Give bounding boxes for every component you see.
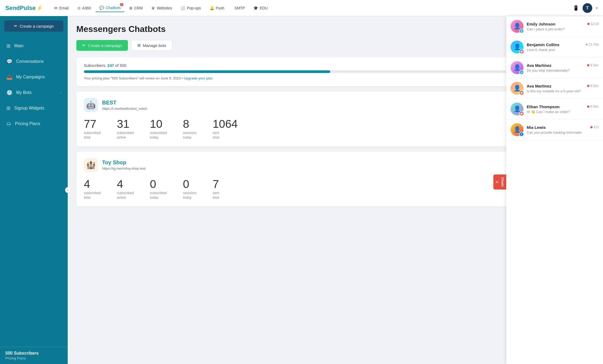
- sidebar-icon-2: 📤: [6, 74, 12, 80]
- bot-name-1[interactable]: Toy Shop: [102, 159, 146, 166]
- sidebar-create-button[interactable]: ✏ Create a campaign: [4, 20, 63, 32]
- nav-item-pop-ups[interactable]: ⬜Pop-ups: [177, 4, 204, 12]
- sidebar-label-4: Signup Widgets: [14, 106, 44, 111]
- chat-item-0[interactable]: 👤 ✈ Emily Johnson 12:19 Can I place a pr…: [506, 16, 603, 37]
- time-dot-1: [586, 43, 588, 46]
- bot-stat-value-0-4: 1064: [213, 118, 238, 130]
- sidebar-item-my-campaigns[interactable]: 📤My Campaigns: [0, 69, 68, 85]
- sidebar-item-my-bots[interactable]: 🕐My Bots‹: [0, 85, 68, 100]
- avatar-img-0: 👤: [514, 23, 521, 30]
- mobile-icon[interactable]: 📱: [573, 5, 579, 11]
- chats-count-badge: 3: [495, 181, 499, 183]
- upgrade-plan-link[interactable]: Upgrade your plan: [184, 76, 213, 80]
- chat-item-4[interactable]: 👤 � Ethan Thompson 9 Dec Hi 👋 Can I make…: [506, 99, 603, 119]
- chat-item-1[interactable]: 👤 � Benjamin Collins 21 Feb Love it, tha…: [506, 37, 603, 57]
- chat-panel: 👤 ✈ Emily Johnson 12:19 Can I place a pr…: [506, 16, 603, 364]
- chat-name-0: Emily Johnson: [527, 22, 555, 26]
- user-avatar[interactable]: T: [583, 3, 592, 13]
- platform-badge-4: �: [519, 111, 524, 116]
- bot-stat-label-0-4: senttotal: [213, 131, 238, 140]
- bot-stat-1-3: 0 sessionstoday: [183, 179, 197, 200]
- chat-content-1: Benjamin Collins 21 Feb Love it, thank y…: [527, 42, 599, 52]
- create-icon: ✏: [82, 43, 86, 48]
- bot-stat-1-4: 7 senttotal: [213, 179, 219, 200]
- chats-side-tab[interactable]: 3 Chats: [493, 174, 506, 190]
- logo-text: SendPulse: [5, 5, 35, 12]
- sidebar-bottom: 500 Subscribers Pricing Plans: [0, 347, 68, 364]
- chat-item-2[interactable]: 👤 ✈ Ava Martinez 9 Dec Do you ship inter…: [506, 57, 603, 78]
- sidebar-item-signup-widgets[interactable]: ⊞Signup Widgets: [0, 100, 68, 116]
- nav-label-websites: Websites: [157, 6, 172, 10]
- chat-content-2: Ava Martinez 9 Dec Do you ship internati…: [527, 63, 599, 72]
- manage-icon: ⊞: [137, 43, 141, 48]
- chat-time-5: 9 D: [590, 125, 599, 129]
- sidebar-icon-4: ⊞: [6, 105, 10, 111]
- chat-item-5[interactable]: 👤 f Mia Lewis 9 D Can you provide tracki…: [506, 119, 603, 140]
- chat-name-row-0: Emily Johnson 12:19: [527, 22, 599, 26]
- sidebar-label-1: Conversations: [16, 59, 44, 64]
- nav-item-edu[interactable]: 🎓EDU: [250, 4, 271, 12]
- bot-stat-label-1-2: subscribedtoday: [150, 191, 167, 200]
- bot-avatar-0: 🤖: [84, 98, 98, 112]
- chat-item-3[interactable]: 👤 � Ava Martinez 9 Dec Is this toy suita…: [506, 78, 603, 99]
- sidebar-item-main[interactable]: ⊞Main: [0, 38, 68, 54]
- bot-icon-1: 🏰: [86, 161, 96, 169]
- bot-url-0: https://t.me/bestfortest_vsbot: [102, 107, 147, 111]
- nav-item-chatbots[interactable]: 💬Chatbotsβ: [96, 4, 124, 12]
- bot-stat-label-0-0: subscribedtotal: [84, 131, 101, 140]
- bot-stat-0-3: 8 sessionstoday: [183, 118, 197, 140]
- chat-preview-5: Can you provide tracking informatio: [527, 130, 599, 134]
- chat-name-1: Benjamin Collins: [527, 42, 559, 47]
- sidebar-icon-3: 🕐: [6, 90, 12, 96]
- bot-stat-1-1: 4 subscribedactive: [117, 179, 134, 200]
- avatar-img-2: 👤: [514, 64, 521, 71]
- chat-name-row-1: Benjamin Collins 21 Feb: [527, 42, 599, 47]
- chat-name-row-4: Ethan Thompson 9 Dec: [527, 104, 599, 109]
- top-navigation: SendPulse⚡ ✉Email⊙A360💬Chatbotsβ⊞CRM🖥Web…: [0, 0, 603, 16]
- manage-bots-button[interactable]: ⊞ Manage bots: [131, 40, 173, 51]
- nav-item-email[interactable]: ✉Email: [51, 4, 72, 12]
- bot-url-1: https://ig.me/m/toy.shop.test: [102, 166, 146, 170]
- user-dropdown-arrow[interactable]: ▾: [596, 6, 598, 10]
- bot-stat-value-1-2: 0: [150, 179, 167, 190]
- nav-item-push[interactable]: 🔔Push: [206, 4, 228, 12]
- bot-info-1: Toy Shop https://ig.me/m/toy.shop.test: [102, 159, 146, 170]
- subscribers-current: 247: [107, 63, 114, 68]
- sidebar-item-conversations[interactable]: 💬Conversations: [0, 54, 68, 69]
- subscribers-total: 500: [120, 63, 126, 68]
- manage-label: Manage bots: [143, 43, 166, 48]
- bot-stat-1-0: 4 subscribedtotal: [84, 179, 101, 200]
- sidebar-label-3: My Bots: [16, 90, 32, 95]
- bot-stat-value-1-4: 7: [213, 179, 219, 190]
- sidebar-collapse-button[interactable]: ‹: [65, 187, 71, 193]
- chat-avatar-3: 👤 �: [511, 82, 523, 95]
- sidebar-item-pricing-plans[interactable]: 🗂Pricing Plans: [0, 116, 68, 131]
- sidebar-label-0: Main: [14, 43, 24, 48]
- nav-label-crm: CRM: [134, 6, 143, 10]
- chat-preview-1: Love it, thank you!: [527, 48, 599, 52]
- time-dot-5: [590, 126, 593, 128]
- sidebar-icon-0: ⊞: [6, 43, 10, 49]
- bot-stat-label-1-1: subscribedactive: [117, 191, 134, 200]
- nav-label-smtp: SMTP: [235, 6, 245, 10]
- time-dot-4: [587, 105, 589, 108]
- platform-badge-5: f: [519, 132, 524, 137]
- bot-name-0[interactable]: BEST: [102, 100, 147, 106]
- nav-item-a360[interactable]: ⊙A360: [74, 4, 95, 12]
- nav-item-websites[interactable]: 🖥Websites: [148, 4, 176, 12]
- logo[interactable]: SendPulse⚡: [5, 5, 42, 12]
- chat-name-5: Mia Lewis: [527, 125, 546, 130]
- chat-content-4: Ethan Thompson 9 Dec Hi 👋 Can I make an …: [527, 104, 599, 114]
- nav-item-crm[interactable]: ⊞CRM: [125, 4, 146, 12]
- nav-icon-crm: ⊞: [129, 6, 132, 10]
- nav-label-pop-ups: Pop-ups: [187, 6, 201, 10]
- create-campaign-button[interactable]: ✏ Create a campaign: [76, 40, 128, 51]
- bot-icon-0: 🤖: [86, 101, 96, 110]
- nav-icon-email: ✉: [54, 6, 58, 10]
- plan-title: 500 Subscribers: [5, 351, 62, 356]
- nav-item-smtp[interactable]: SMTP: [229, 4, 249, 12]
- chat-name-2: Ava Martinez: [527, 63, 551, 68]
- bot-stat-label-1-0: subscribedtotal: [84, 191, 101, 200]
- chat-time-3: 9 Dec: [587, 84, 599, 88]
- chats-tab-label: Chats: [501, 177, 505, 187]
